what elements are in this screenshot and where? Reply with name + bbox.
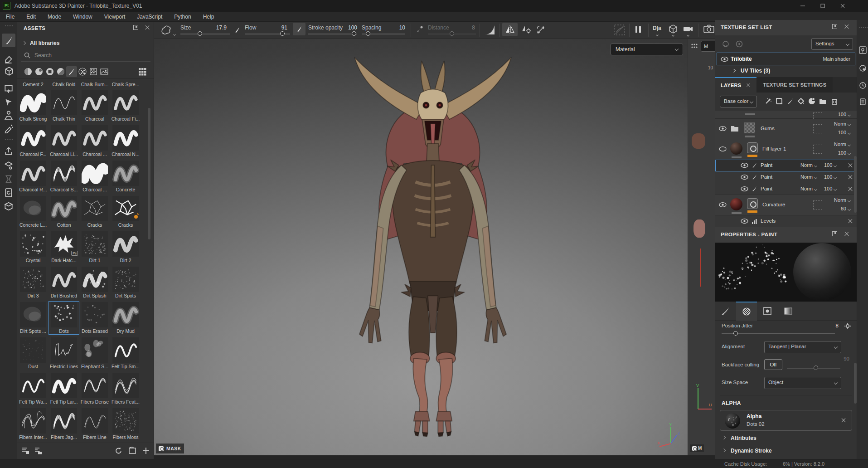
menu-item-viewport[interactable]: Viewport xyxy=(98,12,131,22)
new-folder-icon[interactable] xyxy=(128,446,137,455)
menu-item-javascript[interactable]: JavaScript xyxy=(131,12,168,22)
position-jitter-slider[interactable] xyxy=(722,333,835,334)
brush-item[interactable]: Dirt Spots ... xyxy=(19,302,48,334)
close-window-button[interactable] xyxy=(833,0,853,12)
history-clock-icon[interactable] xyxy=(859,82,867,89)
remove-effect-icon[interactable] xyxy=(848,175,853,180)
mask-slot[interactable] xyxy=(813,145,822,154)
menu-item-mode[interactable]: Mode xyxy=(42,12,67,22)
brush-item[interactable]: Fibers Line xyxy=(80,408,109,440)
shader-settings-icon[interactable] xyxy=(859,64,867,72)
minimize-button[interactable] xyxy=(793,0,813,12)
properties-close-button[interactable] xyxy=(844,231,851,239)
remove-effect-icon[interactable] xyxy=(848,219,853,224)
add-effect-wand-icon[interactable] xyxy=(764,97,773,106)
filter-materials-button[interactable] xyxy=(23,66,34,77)
assets-close-button[interactable] xyxy=(145,25,152,32)
visibility-eye-icon[interactable] xyxy=(719,146,727,152)
filter-environments-button[interactable] xyxy=(99,66,110,77)
menu-item-window[interactable]: Window xyxy=(67,12,98,22)
slider-handle[interactable] xyxy=(366,31,370,36)
visibility-eye-icon[interactable] xyxy=(741,163,748,169)
viewport-mode-button[interactable] xyxy=(668,24,678,34)
filter-alphas-button[interactable] xyxy=(77,66,88,77)
symmetry-settings-button[interactable] xyxy=(521,24,532,34)
blend-mode-dropdown[interactable]: Norm xyxy=(834,141,850,147)
slider-handle[interactable] xyxy=(280,31,285,36)
refresh-assets-icon[interactable] xyxy=(114,446,123,455)
brush-item[interactable]: Fibers Feat... xyxy=(111,373,140,405)
opacity-dropdown[interactable]: 100 xyxy=(824,174,836,180)
quick-mask-disabled-button[interactable] xyxy=(614,24,626,36)
filter-textures-button[interactable] xyxy=(88,66,99,77)
brush-item[interactable]: Dots Erased xyxy=(80,302,109,334)
properties-popout-button[interactable] xyxy=(832,231,839,239)
image-projection-tool-button[interactable] xyxy=(4,83,14,93)
pending-tasks-hourglass-icon-button[interactable] xyxy=(4,174,14,184)
brush-item[interactable]: PsDark Hatc... xyxy=(49,231,78,263)
slider-handle[interactable] xyxy=(352,31,356,36)
effect-row-paint[interactable]: Paint Norm 100 xyxy=(715,183,857,195)
layer-row-fill[interactable]: Fill layer 1 Norm 100 xyxy=(715,139,857,160)
brush-item[interactable]: Charcoal ... xyxy=(80,161,109,192)
mask-slot[interactable] xyxy=(813,200,822,210)
split-view-button[interactable]: D|a xyxy=(653,25,661,31)
falloff-curve-icon[interactable] xyxy=(484,24,496,35)
brush-item[interactable]: Dirt 2 xyxy=(111,231,140,263)
brush-item[interactable]: Charcoal ... xyxy=(80,125,109,157)
brush-alpha-preview-button[interactable] xyxy=(160,24,172,36)
tab-texture-set-settings[interactable]: TEXTURE SET SETTINGS xyxy=(756,77,833,93)
mini-map-toggle[interactable]: M xyxy=(690,444,704,452)
tab-material-settings[interactable] xyxy=(778,302,799,321)
brush-item[interactable]: Elephant S... xyxy=(80,337,109,369)
opacity-dropdown[interactable]: 100 xyxy=(838,130,850,135)
slider-handle[interactable] xyxy=(450,31,454,36)
effect-row-paint[interactable]: Paint Norm 100 xyxy=(715,171,857,183)
layer-row-clipped[interactable]: – 100 xyxy=(715,111,857,119)
brush-item[interactable]: Cement 2 xyxy=(19,81,48,87)
pause-engine-button[interactable] xyxy=(635,25,642,34)
filter-smart-masks-button[interactable] xyxy=(44,66,55,77)
eraser-tool-button[interactable] xyxy=(4,54,14,63)
mask-slot[interactable] xyxy=(813,124,822,133)
remove-effect-icon[interactable] xyxy=(848,163,853,168)
grid-view-button[interactable] xyxy=(137,66,148,77)
visibility-eye-icon[interactable] xyxy=(741,219,748,224)
brush-item[interactable]: Dirt 3 xyxy=(19,267,48,298)
filter-brushes-button[interactable] xyxy=(66,66,77,77)
assets-box-icon-button[interactable] xyxy=(4,201,14,211)
brush-item[interactable]: Dots xyxy=(49,302,78,334)
brush-item[interactable]: Chalk Burn... xyxy=(80,81,109,87)
attributes-collapse-row[interactable]: Attributes xyxy=(715,432,857,444)
brush-item[interactable]: Fibers Jag... xyxy=(49,408,78,440)
brush-item[interactable]: Fibers Dense xyxy=(80,373,109,405)
remove-effect-icon[interactable] xyxy=(848,186,853,192)
brush-item[interactable]: Charcoal R... xyxy=(19,161,48,192)
slider-handle[interactable] xyxy=(198,31,202,36)
navigation-gizmo-uv[interactable]: V U xyxy=(691,383,713,415)
visibility-eye-icon[interactable] xyxy=(719,202,727,208)
display-settings-icon[interactable] xyxy=(859,46,867,54)
brush-item[interactable]: Fibers Moss xyxy=(111,408,140,440)
log-clipboard-icon[interactable] xyxy=(859,98,867,106)
menu-item-edit[interactable]: Edit xyxy=(20,12,42,22)
symmetry-toggle-button[interactable] xyxy=(502,23,518,36)
menu-item-python[interactable]: Python xyxy=(168,12,197,22)
spacing-slider[interactable] xyxy=(362,34,405,34)
brush-item[interactable]: Chalk Bold xyxy=(49,81,78,87)
visibility-filter-icon[interactable] xyxy=(735,40,743,48)
brush-item[interactable]: Concrete xyxy=(111,161,140,192)
panel-grip[interactable] xyxy=(5,25,13,26)
dynamic-stroke-collapse-row[interactable]: Dynamic Stroke xyxy=(715,444,857,457)
export-icon-button[interactable] xyxy=(4,146,14,156)
stroke_opacity-slider[interactable] xyxy=(308,34,357,34)
opacity-dropdown[interactable]: 100 xyxy=(824,162,836,168)
brush-item[interactable]: Charcoal xyxy=(80,90,109,122)
visibility-eye-icon[interactable] xyxy=(741,186,748,192)
resources-updater-icon-button[interactable] xyxy=(4,188,14,198)
tab-brush-settings[interactable] xyxy=(715,302,736,321)
asset-list-view-icon[interactable] xyxy=(21,446,30,455)
fill-bucket-icon[interactable] xyxy=(797,97,806,106)
assets-scrollbar[interactable] xyxy=(148,108,150,239)
effect-row-paint[interactable]: Paint Norm 100 xyxy=(715,160,857,171)
